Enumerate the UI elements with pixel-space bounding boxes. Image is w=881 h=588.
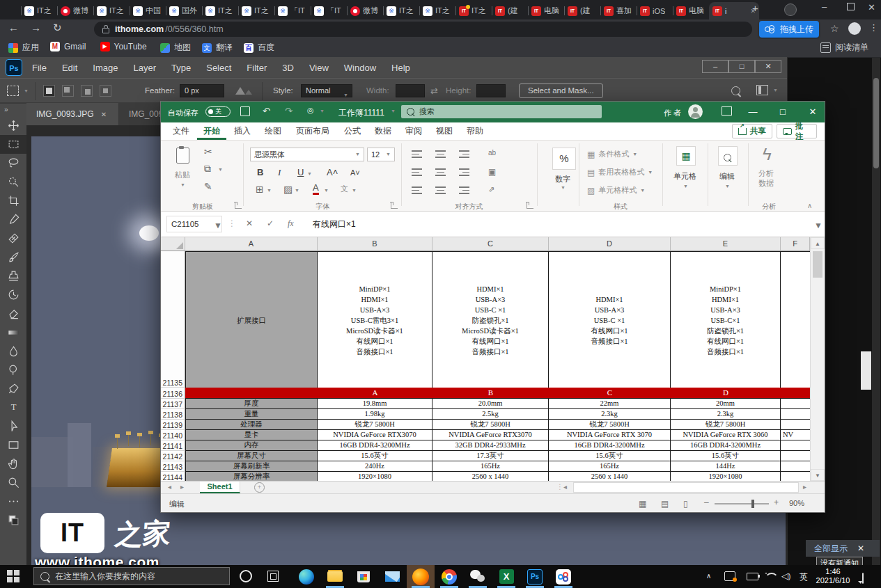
column-header-A[interactable]: A [185,237,318,251]
spec-label-cell[interactable]: 屏幕刷新率 [185,461,318,472]
analyze-data-icon[interactable]: ϟ [763,145,772,164]
style-row-套用表格格式[interactable]: ▤套用表格格式▼ [587,167,653,177]
spec-value-cell[interactable]: 锐龙7 5800H [671,420,781,430]
excel-maximize-icon[interactable]: □ [771,102,795,122]
spec-value-cell[interactable]: 锐龙7 5800H [432,420,549,430]
scroll-down-icon[interactable]: ▼ [811,469,825,481]
spec-value-cell[interactable]: 22mm [549,399,671,409]
empty-cell[interactable] [781,252,810,388]
align-c-icon[interactable] [435,168,446,176]
column-header-C[interactable]: C [432,237,549,251]
browser-tab[interactable]: ※IT之 [238,2,274,19]
font-color-icon[interactable]: A [313,182,319,195]
copy-icon[interactable]: ⧉ [204,163,211,175]
spec-value-cell[interactable]: NVIDIA GeForce RTX 3060 [671,430,781,440]
ribbon-tab-绘图[interactable]: 绘图 [258,122,288,140]
hscroll-right-icon[interactable]: ▸ [803,483,806,491]
spec-value-cell[interactable]: 15.6英寸 [549,451,671,461]
ps-menu-type[interactable]: Type [171,63,191,73]
ribbon-tab-帮助[interactable]: 帮助 [460,122,490,140]
spec-value-cell[interactable]: 240Hz [318,461,432,472]
cortana-button[interactable] [240,570,252,582]
phonetic-icon[interactable]: 文 [341,184,348,194]
taskbar-search[interactable]: 在这里输入你要搜索的内容 [33,567,230,585]
spec-value-cell[interactable]: 锐龙7 5800H [549,420,671,430]
ribbon-tab-开始[interactable]: 开始 [197,122,226,140]
spec-value-cell[interactable]: 2560 x 1440 [549,472,671,481]
selection-new-icon[interactable] [43,85,55,97]
browser-tab[interactable]: ※国外 [166,2,201,19]
rectangle-tool[interactable] [0,436,26,454]
popup-close-icon[interactable]: ✕ [857,543,864,553]
spec-value-cell[interactable]: 144Hz [671,461,781,472]
zoom-in-icon[interactable]: + [774,498,779,507]
spec-value-cell[interactable]: 2.5kg [432,409,549,420]
browser-tab[interactable]: 微博 [57,2,93,19]
italic-icon[interactable]: I [278,167,281,178]
spec-value-cell[interactable]: 1.98kg [318,409,432,420]
row-header[interactable]: 21143 [161,461,185,472]
spec-label-cell[interactable]: 屏幕尺寸 [185,451,318,461]
spec-label-cell[interactable]: 重量 [185,409,318,420]
window-minimize-icon[interactable]: – [822,1,827,12]
alignment-dialog-launcher[interactable] [527,202,533,209]
excel-search-box[interactable]: 搜索 [401,105,602,118]
healing-tool[interactable] [0,229,26,248]
profile-avatar[interactable] [848,22,861,35]
spec-value-cell[interactable]: 2560 x 1440 [432,472,549,481]
row-header[interactable]: 21142 [161,451,185,461]
browser-tab[interactable]: ※「IT [274,2,310,19]
spec-label-cell[interactable]: 内存 [185,440,318,451]
spec-value-cell[interactable]: 32GB DDR4-2933MHz [432,440,549,451]
row-header[interactable]: 21136 [161,388,185,399]
cancel-icon[interactable]: ✕ [246,218,253,228]
tray-chevron-icon[interactable]: ∧ [706,572,711,580]
browser-tab[interactable]: ※IT之 [383,2,419,19]
namebox-chevron-icon[interactable]: ▼ [214,221,222,230]
underline-icon[interactable]: U [297,167,304,177]
ps-search-icon[interactable] [731,86,740,95]
phonetic-chevron-icon[interactable]: ▼ [352,188,357,193]
formula-expand-icon[interactable]: ▼ [814,221,822,230]
ps-menu-file[interactable]: File [32,63,47,73]
ps-menu-select[interactable]: Select [206,63,231,73]
swap-dimensions-icon[interactable]: ⇄ [430,86,438,96]
align-l-icon[interactable] [412,150,422,158]
ribbon-tab-插入[interactable]: 插入 [228,122,257,140]
number-format-label[interactable]: 数字 [555,174,570,184]
editing-label[interactable]: 编辑 [719,171,735,182]
pen-tool[interactable] [0,379,26,398]
row-header[interactable]: 21140 [161,430,185,440]
reading-list-button[interactable]: 阅读清单 [820,42,868,54]
save-icon[interactable] [240,106,250,116]
align-c-icon[interactable] [435,186,446,194]
ellipsis-icon[interactable] [0,492,26,511]
font-color-chevron-icon[interactable]: ▼ [324,188,329,193]
number-chevron-icon[interactable]: ▼ [561,185,566,190]
ribbon-display-icon[interactable] [722,106,732,116]
document-close-icon[interactable]: ✕ [101,111,107,118]
enter-icon[interactable]: ✓ [267,218,274,228]
undo-icon[interactable]: ↶ [263,106,270,116]
taskbar-app-excel[interactable]: X [492,565,520,588]
align-r-icon[interactable] [459,150,469,158]
fill-chevron-icon[interactable]: ▼ [295,188,299,193]
spec-overflow-cell[interactable] [781,409,810,420]
spec-value-cell[interactable]: 20.0mm [432,399,549,409]
show-all-popup[interactable]: 全部显示 ✕ [806,540,880,557]
bookmark-item[interactable]: 地图 [160,42,191,54]
autosave-toggle[interactable]: 关 [205,106,231,117]
spec-value-cell[interactable]: 1920×1080 [671,472,781,481]
browser-menu-icon[interactable]: ⋮ [869,22,878,33]
ps-minimize-icon[interactable]: – [702,60,728,73]
column-header-B[interactable]: B [318,237,432,251]
browser-tab[interactable]: ITIT之 [455,2,491,19]
fill-color-icon[interactable]: ▨ [283,184,293,195]
copy-chevron-icon[interactable]: ▼ [218,167,223,172]
bookmark-item[interactable]: 文翻译 [202,42,233,54]
row-header[interactable]: 21139 [161,420,185,430]
wifi-icon[interactable] [765,573,776,581]
workspace-chevron-icon[interactable]: ▼ [773,88,778,93]
reload-icon[interactable]: ↻ [53,22,62,34]
forward-icon[interactable]: → [31,22,41,33]
